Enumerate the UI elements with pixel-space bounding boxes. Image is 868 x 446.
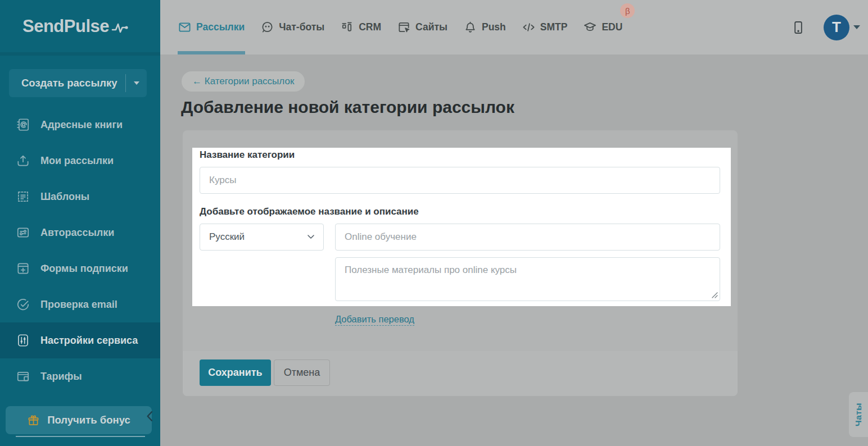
nav-item-edu[interactable]: EDU β [584, 0, 622, 54]
chatbot-icon [261, 21, 274, 34]
get-bonus-button[interactable]: Получить бонус [6, 406, 152, 434]
sidebar-item-label: Формы подписки [40, 263, 128, 275]
page-title: Добавление новой категории рассылок [181, 98, 514, 117]
mobile-phone-icon[interactable] [793, 21, 803, 34]
sidebar-item-label: Тарифы [40, 371, 82, 383]
back-to-categories-link[interactable]: ← Категории рассылок [182, 71, 305, 92]
wallet-icon [16, 369, 30, 384]
nav-label: Сайты [415, 21, 447, 33]
sidebar-divider [16, 436, 145, 437]
nav-label: Push [482, 21, 506, 33]
nav-label: Рассылки [196, 21, 245, 33]
nav-item-sites[interactable]: Сайты [397, 0, 447, 54]
automation-icon [16, 225, 30, 240]
nav-item-push[interactable]: Push [464, 0, 506, 54]
nav-item-chatbots[interactable]: Чат-боты [261, 0, 324, 54]
edu-graduation-icon [584, 21, 596, 34]
sidebar-item-email-verification[interactable]: Проверка email [0, 286, 160, 322]
pulse-icon [111, 20, 129, 36]
sidebar-item-templates[interactable]: Шаблоны [0, 179, 160, 215]
account-menu-caret-icon[interactable] [853, 25, 860, 29]
chevron-down-icon [134, 81, 139, 85]
category-name-input[interactable] [200, 167, 720, 194]
top-nav: Рассылки Чат-боты CRM [160, 0, 622, 54]
chats-tab-label: Чаты [853, 403, 864, 426]
code-icon [522, 21, 535, 34]
sidebar-item-service-settings[interactable]: Настройки сервиса [0, 322, 160, 358]
avatar[interactable]: T [824, 15, 849, 40]
create-campaign-button[interactable]: Создать рассылку [9, 69, 147, 97]
nav-label: CRM [359, 21, 381, 33]
top-header: Рассылки Чат-боты CRM [160, 0, 868, 54]
sidebar-item-label: Шаблоны [40, 191, 89, 203]
category-form-card: Название категории Добавьте отображаемое… [183, 130, 738, 396]
nav-label: EDU [602, 21, 622, 33]
crm-icon [341, 21, 354, 34]
language-select-value: Русский [209, 231, 245, 243]
sidebar-item-automations[interactable]: Авторассылки [0, 215, 160, 251]
get-bonus-label: Получить бонус [47, 414, 130, 426]
nav-item-campaigns[interactable]: Рассылки [178, 0, 245, 54]
sidebar-item-pricing[interactable]: Тарифы [0, 358, 160, 394]
form-highlight-block: Название категории Добавьте отображаемое… [192, 148, 731, 306]
beta-badge: β [620, 3, 635, 18]
chevron-down-icon [308, 235, 314, 239]
sidebar-item-label: Настройки сервиса [40, 335, 138, 347]
create-campaign-label: Создать рассылку [9, 77, 125, 89]
verify-check-icon [16, 297, 30, 312]
envelope-icon [178, 21, 191, 34]
sidebar-collapse-icon[interactable] [146, 411, 153, 422]
sidebar-item-label: Мои рассылки [40, 155, 114, 167]
gift-icon [27, 414, 40, 427]
avatar-letter: T [832, 19, 841, 36]
logo-text: SendPulse [22, 16, 109, 37]
save-button[interactable]: Сохранить [200, 359, 271, 386]
cancel-button[interactable]: Отмена [274, 359, 330, 386]
nav-item-crm[interactable]: CRM [341, 0, 381, 54]
add-translation-link[interactable]: Добавить перевод [335, 314, 414, 326]
send-icon [16, 153, 30, 168]
nav-item-smtp[interactable]: SMTP [522, 0, 568, 54]
create-campaign-dropdown[interactable] [125, 74, 147, 92]
sendpulse-logo[interactable]: SendPulse [0, 0, 160, 52]
sidebar-item-label: Проверка email [40, 299, 117, 311]
language-select[interactable]: Русский [200, 224, 324, 251]
nav-label: SMTP [540, 21, 568, 33]
sidebar-item-label: Авторассылки [40, 227, 114, 239]
sidebar-seam [0, 52, 160, 56]
form-icon [16, 261, 30, 276]
display-name-input[interactable] [335, 224, 720, 251]
main-content: ← Категории рассылок Добавление новой ка… [160, 54, 868, 446]
display-name-label: Добавьте отображаемое название и описани… [200, 206, 419, 217]
description-textarea[interactable] [335, 257, 720, 301]
bell-icon [464, 21, 477, 34]
header-right: T [793, 15, 868, 40]
sidebar: SendPulse Создать рассылку Адресные книг… [0, 0, 160, 446]
sidebar-item-label: Адресные книги [40, 119, 123, 131]
address-book-icon [16, 117, 30, 132]
back-link-label: ← Категории рассылок [192, 76, 294, 87]
category-name-label: Название категории [200, 149, 295, 161]
sidebar-item-address-books[interactable]: Адресные книги [0, 107, 160, 143]
chats-side-tab[interactable]: Чаты [849, 392, 868, 437]
settings-sliders-icon [16, 333, 30, 348]
nav-label: Чат-боты [279, 21, 324, 33]
sidebar-menu: Адресные книги Мои рассылки Шаблоны [0, 107, 160, 394]
description-textarea-wrap [335, 257, 720, 301]
template-icon [16, 189, 30, 204]
sidebar-item-subscription-forms[interactable]: Формы подписки [0, 251, 160, 286]
sites-icon [397, 21, 410, 34]
sidebar-item-my-campaigns[interactable]: Мои рассылки [0, 143, 160, 179]
